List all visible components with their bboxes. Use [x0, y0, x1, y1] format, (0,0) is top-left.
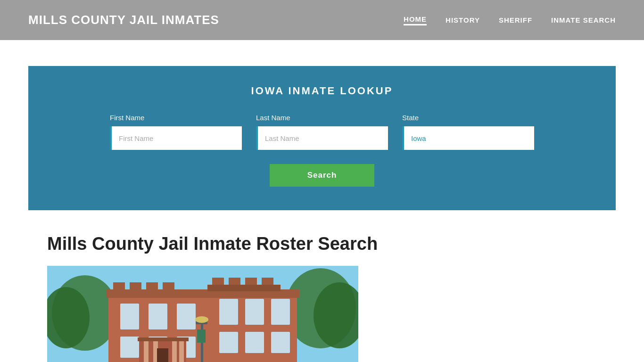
svg-rect-19: [177, 304, 196, 329]
svg-rect-32: [172, 340, 177, 362]
svg-rect-8: [113, 282, 125, 291]
site-title: MILLS COUNTY JAIL INMATES: [28, 13, 219, 27]
svg-rect-10: [146, 282, 158, 291]
form-row: First Name Last Name State: [57, 114, 587, 150]
state-input[interactable]: [402, 126, 534, 150]
svg-rect-17: [120, 304, 139, 329]
first-name-input[interactable]: [110, 126, 242, 150]
main-content: Mills County Jail Inmate Roster Search: [0, 210, 644, 362]
svg-rect-26: [219, 332, 238, 353]
lookup-section: IOWA INMATE LOOKUP First Name Last Name …: [28, 66, 616, 210]
svg-rect-21: [245, 299, 264, 325]
svg-rect-40: [197, 329, 206, 343]
last-name-group: Last Name: [256, 114, 388, 150]
state-group: State: [402, 114, 534, 150]
svg-rect-11: [163, 282, 174, 291]
svg-rect-27: [245, 332, 264, 353]
svg-point-39: [195, 316, 208, 323]
nav-item-history[interactable]: HISTORY: [446, 16, 480, 24]
svg-rect-28: [271, 332, 290, 353]
nav-item-home[interactable]: HOME: [404, 15, 427, 25]
lookup-title: IOWA INMATE LOOKUP: [57, 85, 587, 97]
svg-rect-34: [138, 337, 189, 341]
svg-rect-18: [149, 304, 167, 329]
svg-rect-23: [120, 337, 139, 358]
building-image: [47, 266, 358, 362]
last-name-label: Last Name: [256, 114, 388, 122]
svg-rect-16: [207, 285, 281, 291]
svg-rect-33: [179, 340, 184, 362]
svg-rect-9: [130, 282, 141, 291]
search-button-row: Search: [57, 164, 587, 187]
svg-rect-20: [219, 299, 238, 325]
nav-item-inmate-search[interactable]: INMATE SEARCH: [551, 16, 616, 24]
first-name-label: First Name: [110, 114, 242, 122]
first-name-group: First Name: [110, 114, 242, 150]
svg-rect-30: [144, 340, 149, 362]
svg-rect-22: [271, 299, 290, 325]
sub-header-strip: [0, 40, 644, 66]
svg-rect-35: [157, 348, 168, 362]
roster-title: Mills County Jail Inmate Roster Search: [47, 234, 597, 254]
search-button[interactable]: Search: [270, 164, 375, 187]
nav-item-sheriff[interactable]: SHERIFF: [499, 16, 532, 24]
state-label: State: [402, 114, 534, 122]
last-name-input[interactable]: [256, 126, 388, 150]
main-nav: HOME HISTORY SHERIFF INMATE SEARCH: [404, 15, 616, 25]
site-header: MILLS COUNTY JAIL INMATES HOME HISTORY S…: [0, 0, 644, 40]
